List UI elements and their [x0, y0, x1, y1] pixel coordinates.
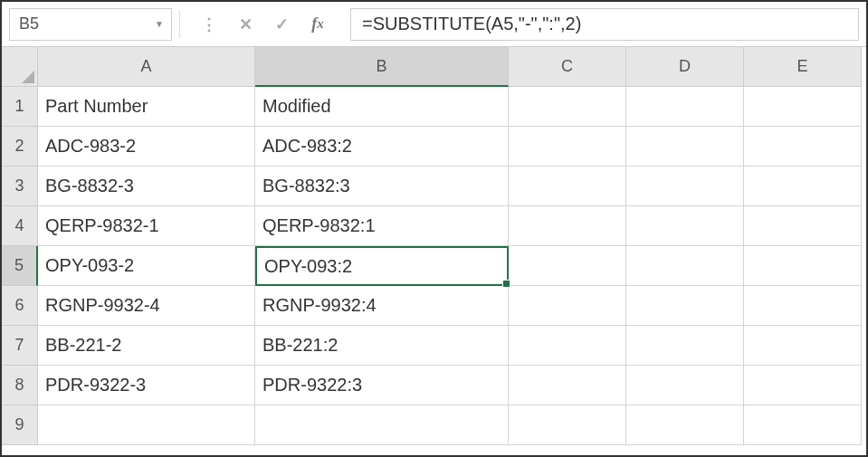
formula-bar-buttons: ✕ ✓ fx	[187, 8, 339, 41]
cell-C6[interactable]	[509, 286, 626, 326]
cell-E5[interactable]	[744, 246, 862, 286]
row-header-6[interactable]: 6	[2, 286, 38, 326]
cell-E1[interactable]	[744, 87, 862, 127]
fx-icon[interactable]: fx	[301, 8, 334, 41]
cell-C3[interactable]	[509, 167, 626, 206]
cell-D5[interactable]	[626, 246, 744, 286]
cell-B8[interactable]: PDR-9322:3	[255, 366, 509, 405]
cell-C2[interactable]	[509, 127, 626, 167]
cell-B4[interactable]: QERP-9832:1	[255, 206, 509, 246]
column-header-A[interactable]: A	[38, 47, 255, 87]
cell-B9[interactable]	[255, 405, 509, 445]
cell-D7[interactable]	[626, 326, 744, 366]
column-header-D[interactable]: D	[626, 47, 744, 87]
cell-E3[interactable]	[744, 167, 862, 206]
cell-C7[interactable]	[509, 326, 626, 366]
cell-E8[interactable]	[744, 366, 862, 405]
cell-A7[interactable]: BB-221-2	[38, 326, 255, 366]
dropdown-arrow-icon[interactable]: ▼	[155, 19, 164, 29]
cell-B5[interactable]: OPY-093:2	[255, 246, 509, 286]
cancel-icon[interactable]: ✕	[229, 8, 262, 41]
cell-E2[interactable]	[744, 127, 862, 167]
cell-C4[interactable]	[509, 206, 626, 246]
cell-A2[interactable]: ADC-983-2	[38, 127, 255, 167]
cell-C9[interactable]	[509, 405, 626, 445]
cell-A9[interactable]	[38, 405, 255, 445]
row-header-4[interactable]: 4	[2, 206, 38, 246]
row-header-3[interactable]: 3	[2, 167, 38, 206]
cell-A3[interactable]: BG-8832-3	[38, 167, 255, 206]
enter-icon[interactable]: ✓	[265, 8, 298, 41]
cell-E9[interactable]	[744, 405, 862, 445]
formula-text: =SUBSTITUTE(A5,"-",":",2)	[362, 14, 581, 34]
cell-C1[interactable]	[509, 87, 626, 127]
cell-D2[interactable]	[626, 127, 744, 167]
cell-D4[interactable]	[626, 206, 744, 246]
cell-B6[interactable]: RGNP-9932:4	[255, 286, 509, 326]
column-header-C[interactable]: C	[509, 47, 626, 87]
cell-D9[interactable]	[626, 405, 744, 445]
cell-B2[interactable]: ADC-983:2	[255, 127, 509, 167]
name-box-text: B5	[19, 14, 39, 33]
cell-B7[interactable]: BB-221:2	[255, 326, 509, 366]
row-header-7[interactable]: 7	[2, 326, 38, 366]
formula-bar: B5 ▼ ✕ ✓ fx =SUBSTITUTE(A5,"-",":",2)	[2, 2, 866, 47]
cell-B1[interactable]: Modified	[255, 87, 509, 127]
row-header-5[interactable]: 5	[2, 246, 38, 286]
cell-D8[interactable]	[626, 366, 744, 405]
cell-A6[interactable]: RGNP-9932-4	[38, 286, 255, 326]
formula-input[interactable]: =SUBSTITUTE(A5,"-",":",2)	[350, 8, 859, 41]
cell-A4[interactable]: QERP-9832-1	[38, 206, 255, 246]
row-header-8[interactable]: 8	[2, 366, 38, 405]
cell-C5[interactable]	[509, 246, 626, 286]
cell-D3[interactable]	[626, 167, 744, 206]
cell-A8[interactable]: PDR-9322-3	[38, 366, 255, 405]
name-box[interactable]: B5 ▼	[9, 8, 172, 41]
row-header-1[interactable]: 1	[2, 87, 38, 127]
cell-A1[interactable]: Part Number	[38, 87, 255, 127]
row-header-2[interactable]: 2	[2, 127, 38, 167]
cell-E4[interactable]	[744, 206, 862, 246]
more-icon[interactable]	[193, 8, 225, 41]
cell-A5[interactable]: OPY-093-2	[38, 246, 255, 286]
cell-B3[interactable]: BG-8832:3	[255, 167, 509, 206]
cell-E7[interactable]	[744, 326, 862, 366]
select-all-corner[interactable]	[2, 47, 38, 87]
cell-D1[interactable]	[626, 87, 744, 127]
column-header-B[interactable]: B	[255, 47, 509, 87]
divider	[179, 11, 180, 38]
cell-E6[interactable]	[744, 286, 862, 326]
cell-D6[interactable]	[626, 286, 744, 326]
row-header-9[interactable]: 9	[2, 405, 38, 445]
cell-C8[interactable]	[509, 366, 626, 405]
column-header-E[interactable]: E	[744, 47, 862, 87]
spreadsheet-grid: ABCDE1Part NumberModified2ADC-983-2ADC-9…	[2, 47, 866, 445]
